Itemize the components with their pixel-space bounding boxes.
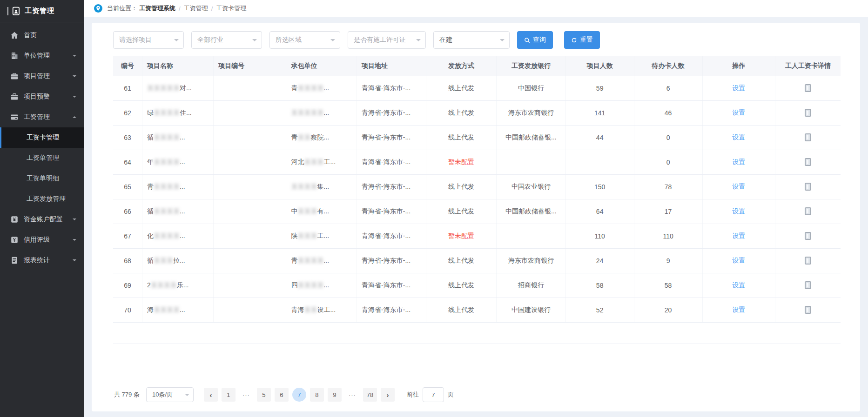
- redacted-text: 某某某某: [297, 257, 323, 264]
- refresh-icon: [571, 37, 577, 43]
- cell-project-code: [214, 298, 286, 322]
- cell-no: 69: [113, 273, 142, 298]
- app-logo: 工资管理: [0, 0, 84, 22]
- table-row: 68循某某某拉...青某某某某...青海省-海东市-...线上代发海东市农商银行…: [113, 248, 841, 273]
- permit-select[interactable]: 是否有施工许可证: [348, 31, 426, 49]
- projects-table: 编号项目名称项目编号承包单位项目地址发放方式工资发放银行项目人数待办卡人数操作工…: [113, 56, 841, 323]
- sidebar-subitem-wage-detail[interactable]: 工资单明细: [0, 168, 84, 189]
- breadcrumb-root[interactable]: 工资管理系统: [139, 4, 175, 13]
- sidebar-item-project[interactable]: 项目管理: [0, 66, 84, 86]
- table-header-row: 编号项目名称项目编号承包单位项目地址发放方式工资发放银行项目人数待办卡人数操作工…: [113, 56, 841, 76]
- page-ellipsis: ···: [345, 388, 359, 402]
- sidebar-item-fund[interactable]: ¥资金账户配置: [0, 209, 84, 230]
- cell-pay-method: 线上代发: [426, 199, 497, 224]
- sidebar-item-report[interactable]: 报表统计: [0, 250, 84, 271]
- wage-card-detail-icon[interactable]: [805, 109, 811, 117]
- jump-prefix-label: 前往: [407, 391, 419, 399]
- total-count-label: 共 779 条: [114, 391, 140, 399]
- page-button-78[interactable]: 78: [363, 388, 377, 402]
- industry-select[interactable]: 全部行业: [191, 31, 262, 49]
- column-header: 承包单位: [286, 56, 357, 76]
- search-button[interactable]: 查询: [517, 31, 553, 49]
- jump-suffix-label: 页: [448, 391, 454, 399]
- wage-card-detail-icon[interactable]: [805, 207, 811, 215]
- next-page-button[interactable]: ›: [381, 388, 395, 402]
- page-button-9[interactable]: 9: [328, 388, 342, 402]
- chevron-down-icon: [174, 39, 179, 44]
- settings-link[interactable]: 设置: [732, 207, 745, 215]
- cell-detail: [775, 224, 841, 248]
- cell-pay-method: 暂未配置: [426, 150, 497, 174]
- settings-link[interactable]: 设置: [732, 133, 745, 141]
- sidebar-item-label: 报表统计: [24, 256, 50, 265]
- cell-pending-count: 0: [634, 125, 702, 150]
- project-select[interactable]: 请选择项目: [113, 31, 184, 49]
- wage-card-detail-icon[interactable]: [805, 158, 811, 166]
- sidebar-menu: 首页单位管理项目管理项目预警工资管理工资卡管理工资单管理工资单明细工资发放管理¥…: [0, 22, 84, 271]
- column-header: 发放方式: [426, 56, 497, 76]
- settings-link[interactable]: 设置: [732, 109, 745, 116]
- wage-card-detail-icon[interactable]: [805, 257, 811, 265]
- redacted-text: 某某某某: [154, 158, 180, 165]
- page-size-select[interactable]: 10条/页: [146, 387, 194, 402]
- column-header: 待办卡人数: [634, 56, 702, 76]
- sidebar-item-label: 首页: [24, 31, 37, 40]
- breadcrumb-level2[interactable]: 工资管理: [184, 4, 208, 13]
- wage-card-detail-icon[interactable]: [805, 84, 811, 92]
- sidebar-item-label: 项目预警: [24, 93, 50, 101]
- sidebar-item-warning[interactable]: 项目预警: [0, 86, 84, 107]
- cell-pay-method: 线上代发: [426, 174, 497, 199]
- cell-action: 设置: [702, 100, 775, 125]
- cell-contractor: 青某某察院...: [286, 125, 357, 150]
- cell-project-code: [214, 76, 286, 100]
- content-card: 请选择项目全部行业所选区域是否有施工许可证在建 查询 重置: [92, 23, 860, 411]
- cell-action: 设置: [702, 125, 775, 150]
- settings-link[interactable]: 设置: [732, 158, 745, 165]
- table-row: 63循某某某某...青某某察院...青海省-海东市-...线上代发中国邮政储蓄银…: [113, 125, 841, 150]
- settings-link[interactable]: 设置: [732, 84, 745, 92]
- sidebar-item-unit[interactable]: 单位管理: [0, 46, 84, 66]
- settings-link[interactable]: 设置: [732, 281, 745, 289]
- sidebar-subitem-label: 工资发放管理: [27, 195, 66, 203]
- cell-action: 设置: [702, 248, 775, 273]
- sidebar-subitem-wage-payout[interactable]: 工资发放管理: [0, 189, 84, 209]
- sidebar-item-salary[interactable]: 工资管理: [0, 107, 84, 127]
- breadcrumb-level3[interactable]: 工资卡管理: [216, 4, 246, 13]
- cell-project-code: [214, 174, 286, 199]
- redacted-text: 某某某某某: [291, 109, 323, 116]
- settings-link[interactable]: 设置: [732, 257, 745, 264]
- settings-link[interactable]: 设置: [732, 232, 745, 239]
- page-button-7[interactable]: 7: [292, 388, 306, 402]
- sidebar-item-credit[interactable]: ¥信用评级: [0, 230, 84, 250]
- cell-project-name: 循某某某某...: [142, 199, 214, 224]
- building-icon: [10, 52, 19, 60]
- settings-link[interactable]: 设置: [732, 306, 745, 313]
- region-select[interactable]: 所选区域: [269, 31, 340, 49]
- page-button-1[interactable]: 1: [222, 388, 236, 402]
- cell-project-code: [214, 125, 286, 150]
- redacted-text: 某某某某某: [147, 84, 180, 92]
- column-header: 项目编号: [214, 56, 286, 76]
- sidebar-subitem-wage-sheet[interactable]: 工资单管理: [0, 148, 84, 168]
- sidebar-subitem-wage-card[interactable]: 工资卡管理: [0, 127, 84, 148]
- reset-button[interactable]: 重置: [564, 31, 600, 49]
- page-button-5[interactable]: 5: [257, 388, 271, 402]
- cell-address: 青海省-海东市-...: [357, 224, 426, 248]
- settings-link[interactable]: 设置: [732, 183, 745, 190]
- jump-page-input[interactable]: [423, 387, 444, 402]
- page-button-6[interactable]: 6: [275, 388, 289, 402]
- wage-card-detail-icon[interactable]: [805, 306, 811, 314]
- prev-page-button[interactable]: ‹: [204, 388, 218, 402]
- cell-people-count: 44: [565, 125, 634, 150]
- wage-card-detail-icon[interactable]: [805, 183, 811, 191]
- wage-card-detail-icon[interactable]: [805, 232, 811, 240]
- breadcrumb-prefix: 当前位置：: [107, 4, 137, 13]
- status-select[interactable]: 在建: [433, 31, 510, 49]
- sidebar-item-home[interactable]: 首页: [0, 25, 84, 46]
- wage-card-detail-icon[interactable]: [805, 281, 811, 289]
- cell-people-count: 110: [565, 224, 634, 248]
- chevron-down-icon: [500, 39, 505, 44]
- cell-pending-count: 9: [634, 248, 702, 273]
- page-button-8[interactable]: 8: [310, 388, 324, 402]
- wage-card-detail-icon[interactable]: [805, 133, 811, 141]
